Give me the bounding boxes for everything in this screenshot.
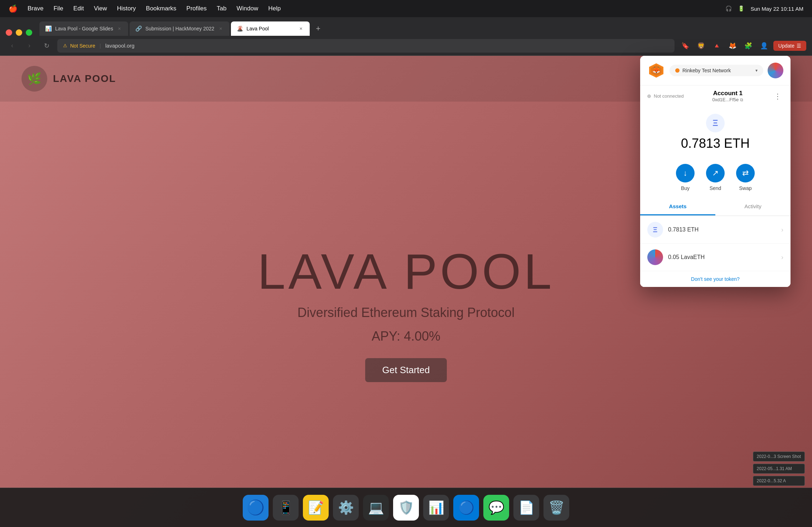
dock-brave[interactable]: 🛡️ bbox=[393, 495, 419, 521]
extensions-button[interactable]: 🧩 bbox=[742, 39, 755, 52]
menubar-file[interactable]: File bbox=[53, 5, 63, 12]
tab-hackmoney-close[interactable]: ✕ bbox=[218, 26, 224, 31]
menubar-help[interactable]: Help bbox=[268, 5, 281, 12]
dock-activity-monitor[interactable]: 📊 bbox=[423, 495, 449, 521]
tab-slides[interactable]: 📊 Lava Pool - Google Slides ✕ bbox=[39, 21, 128, 36]
brave-rewards-button[interactable]: 🔺 bbox=[710, 39, 723, 52]
screenshot-1[interactable]: 2022-0...3 Screen Shot bbox=[753, 452, 805, 462]
menubar: 🍎 Brave File Edit View History Bookmarks… bbox=[0, 0, 812, 17]
dock-trash[interactable]: 🗑️ bbox=[543, 495, 569, 521]
menubar-window[interactable]: Window bbox=[237, 5, 258, 12]
network-selector[interactable]: Rinkeby Test Network ▾ bbox=[670, 65, 763, 76]
time-display: Sun May 22 10:11 AM bbox=[750, 6, 803, 12]
reload-button[interactable]: ↻ bbox=[40, 39, 53, 52]
copy-address-icon[interactable]: ⧉ bbox=[740, 97, 743, 102]
eth-icon: Ξ bbox=[706, 114, 725, 132]
menubar-brave[interactable]: Brave bbox=[28, 5, 43, 12]
dock-finder[interactable]: 🔵 bbox=[243, 495, 269, 521]
traffic-lights bbox=[6, 29, 32, 36]
tab-activity[interactable]: Activity bbox=[715, 198, 791, 215]
bookmarks-button[interactable]: 🔖 bbox=[679, 39, 692, 52]
tab-slides-close[interactable]: ✕ bbox=[117, 26, 122, 31]
screenshot-2[interactable]: 2022-05...1.31 AM bbox=[753, 464, 805, 474]
tab-slides-title: Lava Pool - Google Slides bbox=[55, 26, 113, 31]
close-window-button[interactable] bbox=[6, 29, 12, 36]
eth-asset-name: 0.7813 ETH bbox=[668, 226, 781, 233]
address-field[interactable]: ⚠ Not Secure | lavapool.org bbox=[57, 39, 675, 53]
brave-shield-button[interactable]: 🦁 bbox=[695, 39, 707, 52]
tab-bar: 📊 Lava Pool - Google Slides ✕ 🔗 Submissi… bbox=[0, 17, 812, 36]
hero-subtitle: Diversified Ethereum Staking Protocol bbox=[298, 305, 514, 320]
account-more-button[interactable]: ⋮ bbox=[772, 91, 783, 102]
send-action[interactable]: ↗ Send bbox=[706, 164, 725, 191]
send-label: Send bbox=[710, 185, 721, 191]
tab-hackmoney-title: Submission | HackMoney 2022 bbox=[145, 26, 214, 31]
network-status-dot bbox=[675, 68, 680, 73]
address-separator: | bbox=[100, 43, 101, 49]
lavapool-logo: 🌿 LAVA POOL bbox=[21, 66, 116, 92]
dock-document[interactable]: 📄 bbox=[513, 495, 539, 521]
dock-messages[interactable]: 💬 bbox=[483, 495, 509, 521]
eth-balance: 0.7813 ETH bbox=[681, 136, 750, 151]
mm-asset-list: Ξ 0.7813 ETH › 0.05 LavaETH › Don't see … bbox=[640, 216, 791, 287]
mm-balance-area: Ξ 0.7813 ETH bbox=[640, 107, 791, 158]
mm-account-bar: Not connected Account 1 0xd1E...Ff5e ⧉ ⋮ bbox=[640, 86, 791, 107]
send-icon: ↗ bbox=[706, 164, 725, 182]
lavaeth-asset-chevron-icon: › bbox=[781, 254, 783, 261]
get-started-button[interactable]: Get Started bbox=[365, 358, 447, 382]
menubar-bookmarks[interactable]: Bookmarks bbox=[146, 5, 177, 12]
eth-symbol: Ξ bbox=[712, 118, 718, 128]
account-name-area: Account 1 0xd1E...Ff5e ⧉ bbox=[684, 90, 772, 102]
menubar-tab[interactable]: Tab bbox=[217, 5, 226, 12]
asset-lavaeth[interactable]: 0.05 LavaETH › bbox=[640, 244, 791, 271]
swap-action[interactable]: ⇄ Swap bbox=[736, 164, 755, 191]
dock-notes[interactable]: 📝 bbox=[303, 495, 329, 521]
tab-assets[interactable]: Assets bbox=[640, 198, 715, 215]
not-connected-indicator: Not connected bbox=[647, 93, 684, 99]
dont-see-token[interactable]: Don't see your token? bbox=[640, 271, 791, 287]
security-label: Not Secure bbox=[70, 43, 95, 49]
mm-tabs: Assets Activity bbox=[640, 198, 791, 216]
dock-vscode[interactable]: 🔵 bbox=[453, 495, 479, 521]
back-button[interactable]: ‹ bbox=[6, 39, 19, 52]
main-content: 🌿 LAVA POOL Team Help LAVA POOL Diversif… bbox=[0, 56, 812, 527]
buy-label: Buy bbox=[681, 185, 690, 191]
tab-lavapool-close[interactable]: ✕ bbox=[298, 26, 304, 31]
dock-system-preferences[interactable]: ⚙️ bbox=[333, 495, 359, 521]
metamask-extension-button[interactable]: 🦊 bbox=[726, 39, 739, 52]
metamask-avatar[interactable] bbox=[768, 63, 783, 78]
asset-eth[interactable]: Ξ 0.7813 ETH › bbox=[640, 216, 791, 244]
address-bar-row: ‹ › ↻ ⚠ Not Secure | lavapool.org 🔖 🦁 🔺 … bbox=[0, 36, 812, 56]
lavaeth-asset-name: 0.05 LavaETH bbox=[668, 254, 781, 260]
menubar-edit[interactable]: Edit bbox=[73, 5, 84, 12]
new-tab-button[interactable]: + bbox=[311, 21, 325, 36]
forward-button[interactable]: › bbox=[23, 39, 36, 52]
apple-menu[interactable]: 🍎 bbox=[9, 4, 18, 13]
hero-title: LAVA POOL bbox=[257, 247, 554, 297]
menubar-profiles[interactable]: Profiles bbox=[187, 5, 207, 12]
mm-top-bar: 🦊 Rinkeby Test Network ▾ bbox=[640, 56, 791, 86]
eth-asset-chevron-icon: › bbox=[781, 226, 783, 234]
logo-text: LAVA POOL bbox=[53, 73, 116, 84]
fullscreen-window-button[interactable] bbox=[26, 29, 32, 36]
screenshot-3[interactable]: 2022-0...5.32 A bbox=[753, 476, 805, 486]
minimize-window-button[interactable] bbox=[16, 29, 22, 36]
account-name: Account 1 bbox=[713, 90, 743, 97]
svg-text:🦊: 🦊 bbox=[652, 66, 661, 74]
tab-hackmoney[interactable]: 🔗 Submission | HackMoney 2022 ✕ bbox=[130, 21, 229, 36]
dock-terminal[interactable]: 💻 bbox=[363, 495, 389, 521]
lavaeth-asset-icon bbox=[647, 249, 663, 265]
tab-lavapool[interactable]: 🌋 Lava Pool ✕ bbox=[231, 21, 310, 36]
menubar-history[interactable]: History bbox=[117, 5, 136, 12]
dock: 🔵 📱 📝 ⚙️ 💻 🛡️ 📊 🔵 💬 📄 🗑️ 2022-0...3 Scre… bbox=[0, 488, 812, 527]
not-connected-label: Not connected bbox=[654, 93, 684, 99]
buy-action[interactable]: ↓ Buy bbox=[676, 164, 695, 191]
browser-actions: 🔖 🦁 🔺 🦊 🧩 👤 Update ☰ bbox=[679, 39, 806, 52]
menubar-view[interactable]: View bbox=[94, 5, 107, 12]
eth-asset-icon: Ξ bbox=[647, 222, 663, 238]
profile-button[interactable]: 👤 bbox=[758, 39, 770, 52]
not-connected-dot bbox=[647, 94, 651, 98]
tab-lavapool-title: Lava Pool bbox=[247, 26, 295, 31]
update-button[interactable]: Update ☰ bbox=[773, 41, 806, 51]
dock-launchpad[interactable]: 📱 bbox=[273, 495, 299, 521]
